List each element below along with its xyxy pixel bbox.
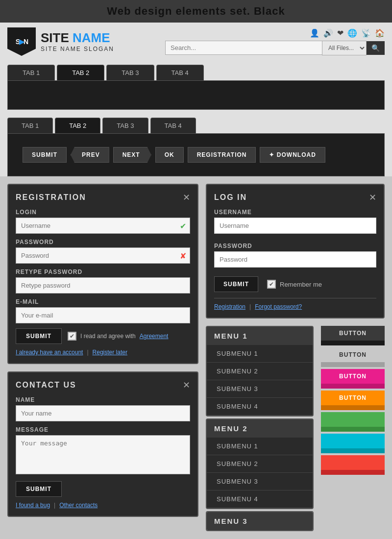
pink-button[interactable]: BUTTON xyxy=(321,369,385,384)
btn-pink-row: BUTTON xyxy=(321,369,385,389)
search-filter[interactable]: All Files... xyxy=(322,41,367,55)
green-button-bar xyxy=(321,427,385,432)
menu3-header: MENU 3 xyxy=(207,512,313,530)
submit-button[interactable]: SUBMIT xyxy=(23,147,67,163)
nav-tab-3[interactable]: TAB 3 xyxy=(106,65,154,80)
login-close[interactable]: ✕ xyxy=(369,192,376,203)
banner-text-bold: Black xyxy=(254,5,285,17)
username-field-wrapper: ✔ xyxy=(16,218,190,234)
home-icon[interactable]: 🏠 xyxy=(375,28,385,38)
dark-button[interactable]: BUTTON xyxy=(321,326,385,341)
username-valid-icon: ✔ xyxy=(180,221,186,230)
ok-button[interactable]: OK xyxy=(155,147,184,163)
password-label: PASSWORD xyxy=(16,239,190,245)
nav-tab-1[interactable]: TAB 1 xyxy=(7,65,55,80)
menu2-item1[interactable]: SUBMENU 1 xyxy=(207,438,313,455)
light-button[interactable]: BUTTON xyxy=(321,347,385,362)
orange-button[interactable]: BUTTON xyxy=(321,391,385,405)
red-button[interactable] xyxy=(321,455,385,470)
search-bar: All Files... 🔍 xyxy=(165,41,385,55)
contact-close[interactable]: ✕ xyxy=(183,380,190,391)
nav-tab2-2[interactable]: TAB 2 xyxy=(55,118,100,133)
login-username-input[interactable] xyxy=(214,218,376,234)
search-input[interactable] xyxy=(165,41,322,55)
dark-button-bar xyxy=(321,341,385,345)
download-button[interactable]: ✦ DOWNLOAD xyxy=(260,147,325,163)
login-panel: LOG IN ✕ USERNAME PASSWORD SUBMIT ✔ Reme… xyxy=(206,184,385,318)
contact-submit-button[interactable]: SUBMIT xyxy=(16,481,62,497)
search-button[interactable]: 🔍 xyxy=(367,41,385,55)
email-input[interactable] xyxy=(16,307,190,323)
login-username-label: USERNAME xyxy=(214,209,376,216)
forgot-password-link[interactable]: Forgot password? xyxy=(255,303,302,310)
login-registration-link[interactable]: Registration xyxy=(214,303,245,310)
nav-tab2-4[interactable]: TAB 4 xyxy=(150,118,196,133)
message-textarea[interactable] xyxy=(16,435,190,474)
heart-icon[interactable]: ❤ xyxy=(337,28,343,38)
cyan-button[interactable] xyxy=(321,434,385,448)
menu1-item1[interactable]: SUBMENU 1 xyxy=(207,345,313,363)
login-password-input[interactable] xyxy=(214,251,376,268)
menu2-item4[interactable]: SUBMENU 4 xyxy=(207,490,313,508)
retype-label: RETYPE PASSWORD xyxy=(16,269,190,275)
nav-content-area1 xyxy=(7,80,385,110)
login-footer-divider: | xyxy=(249,303,251,310)
reg-submit-row: SUBMIT ✔ I read and agree with Agreement xyxy=(16,328,190,344)
user-icon[interactable]: 👤 xyxy=(310,28,319,38)
agreement-link[interactable]: Agreement xyxy=(140,333,169,340)
menu2-item3[interactable]: SUBMENU 3 xyxy=(207,473,313,490)
prev-button[interactable]: PREV xyxy=(71,147,109,163)
red-button-bar xyxy=(321,470,385,475)
header-icons: 👤 🔊 ❤ 🌐 📡 🏠 xyxy=(165,28,385,38)
menu1-item4[interactable]: SUBMENU 4 xyxy=(207,398,313,416)
registration-close[interactable]: ✕ xyxy=(183,192,190,203)
nav-tab2-1[interactable]: TAB 1 xyxy=(7,118,53,133)
password-invalid-icon: ✘ xyxy=(180,251,186,260)
nav-area: TAB 1 TAB 2 TAB 3 TAB 4 TAB 1 TAB 2 TAB … xyxy=(0,61,392,176)
remember-row: SUBMIT ✔ Remember me xyxy=(214,276,376,292)
already-account-link[interactable]: I already have an account xyxy=(16,349,83,356)
login-title: LOG IN xyxy=(214,193,247,202)
nav-tabs-row1: TAB 1 TAB 2 TAB 3 TAB 4 xyxy=(7,61,385,80)
menu1-item2[interactable]: SUBMENU 2 xyxy=(207,363,313,380)
remember-checkbox[interactable]: ✔ xyxy=(267,280,276,289)
cyan-button-bar xyxy=(321,448,385,453)
menu2-item2[interactable]: SUBMENU 2 xyxy=(207,455,313,473)
register-later-link[interactable]: Register later xyxy=(93,349,127,356)
reg-password-input[interactable] xyxy=(16,247,190,264)
sound-icon[interactable]: 🔊 xyxy=(323,28,333,38)
button-row: SUBMIT PREV NEXT OK REGISTRATION ✦ DOWNL… xyxy=(15,141,377,169)
login-footer: Registration | Forgot password? xyxy=(214,298,376,310)
message-section: MESSAGE xyxy=(16,426,190,476)
rss-icon[interactable]: 📡 xyxy=(361,28,371,38)
nav-content-area2: SUBMIT PREV NEXT OK REGISTRATION ✦ DOWNL… xyxy=(7,133,385,176)
name-section: NAME xyxy=(16,396,190,421)
main-content: REGISTRATION ✕ LOGIN ✔ PASSWORD ✘ RETYPE… xyxy=(0,176,392,539)
other-contacts-link[interactable]: Other contacts xyxy=(59,502,98,509)
password-field-wrapper: ✘ xyxy=(16,247,190,264)
retype-password-input[interactable] xyxy=(16,277,190,294)
retype-section: RETYPE PASSWORD xyxy=(16,269,190,294)
menu1-item3[interactable]: SUBMENU 3 xyxy=(207,380,313,398)
login-password-label: PASSWORD xyxy=(214,243,376,249)
reg-submit-button[interactable]: SUBMIT xyxy=(16,328,62,344)
nav-tab-2[interactable]: TAB 2 xyxy=(57,65,104,80)
right-bottom: MENU 1 SUBMENU 1 SUBMENU 2 SUBMENU 3 SUB… xyxy=(206,326,385,531)
reg-footer: I already have an account | Register lat… xyxy=(16,349,190,356)
pink-button-bar xyxy=(321,384,385,389)
name-input[interactable] xyxy=(16,405,190,421)
remember-label: Remember me xyxy=(280,281,322,288)
reg-username-input[interactable] xyxy=(16,218,190,234)
nav-tab2-3[interactable]: TAB 3 xyxy=(102,118,148,133)
login-submit-button[interactable]: SUBMIT xyxy=(214,276,258,292)
agree-checkbox[interactable]: ✔ xyxy=(68,332,76,341)
bug-link[interactable]: I found a bug xyxy=(16,502,50,509)
green-button[interactable] xyxy=(321,412,385,427)
nav-tab-4[interactable]: TAB 4 xyxy=(156,65,204,80)
next-button[interactable]: NEXT xyxy=(113,147,151,163)
registration-button[interactable]: REGISTRATION xyxy=(188,147,256,163)
globe-icon[interactable]: 🌐 xyxy=(347,28,357,38)
site-name-colored: NAME xyxy=(73,30,110,45)
button-styles-column: BUTTON BUTTON BUTTON BUTTON xyxy=(321,326,385,531)
logo-text: SItE NAME SITE NAME SLOGAN xyxy=(41,30,114,53)
